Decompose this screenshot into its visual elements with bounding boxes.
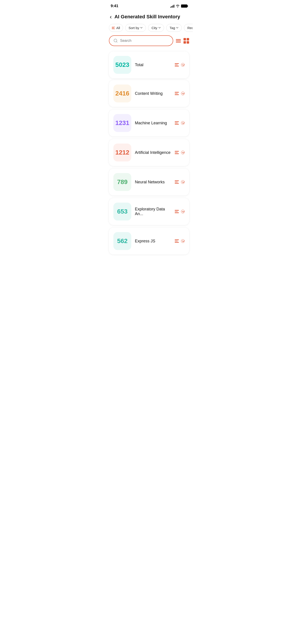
page-title: AI Generated Skill Inventory [114, 14, 180, 20]
skill-count-bg-4: 653 [113, 202, 131, 220]
skill-list-icon-5[interactable] [175, 240, 179, 242]
skill-actions-5 [175, 239, 185, 243]
filter-recent-label: Rece... [187, 26, 193, 30]
skill-actions-2 [175, 151, 185, 154]
filter-sortby-button[interactable]: Sort by [125, 24, 146, 32]
filter-all-button[interactable]: All [109, 24, 123, 32]
filter-sortby-label: Sort by [129, 26, 139, 30]
skill-count-2: 1212 [115, 149, 129, 156]
status-bar: 9:41 [105, 0, 193, 11]
skill-card-4: 653 Exploratory Data An... [109, 198, 189, 225]
skill-count-4: 653 [117, 208, 128, 215]
skill-count-bg-2: 1212 [113, 144, 131, 162]
skill-count-bg-1: 1231 [113, 114, 131, 132]
skill-card-total: 5023 Total [109, 52, 189, 78]
skill-count-5: 562 [117, 238, 128, 244]
search-input[interactable] [120, 39, 169, 43]
filter-all-label: All [116, 26, 120, 30]
skill-name-5: Express JS [135, 239, 171, 244]
skill-count-0: 2416 [115, 90, 129, 96]
skill-count-bg-0: 2416 [113, 84, 131, 102]
filter-tag-label: Tag [170, 26, 175, 30]
search-icon [113, 38, 118, 43]
skill-expand-button-4[interactable] [181, 210, 185, 213]
skill-name-0: Content Writing [135, 91, 171, 96]
filter-city-button[interactable]: City [148, 24, 164, 32]
skill-card-0: 2416 Content Writing [109, 80, 189, 107]
skill-expand-button-0[interactable] [181, 92, 185, 95]
back-button[interactable]: ‹ [110, 14, 112, 20]
skill-card-1: 1231 Machine Learning [109, 110, 189, 136]
skill-actions-4 [175, 210, 185, 213]
tag-chevron-icon [176, 27, 178, 28]
total-count: 5023 [115, 62, 129, 68]
skill-count-3: 789 [117, 179, 128, 185]
skill-list-icon-4[interactable] [175, 210, 179, 213]
signal-icon [170, 4, 174, 8]
total-label: Total [135, 62, 171, 67]
skill-list-icon-3[interactable] [175, 180, 179, 184]
skill-card-3: 789 Neural Networks [109, 168, 189, 196]
list-view-button[interactable] [176, 39, 181, 42]
skill-expand-button-3[interactable] [181, 180, 185, 184]
skill-actions-3 [175, 180, 185, 184]
filter-tag-button[interactable]: Tag [166, 24, 182, 32]
sortby-chevron-icon [140, 27, 142, 28]
status-time: 9:41 [111, 4, 118, 8]
skill-actions-1 [175, 121, 185, 125]
filter-city-label: City [152, 26, 157, 30]
skill-name-2: Artificial Intelligence [135, 150, 171, 155]
search-row [105, 34, 193, 50]
skill-count-1: 1231 [115, 120, 129, 126]
skill-expand-button-5[interactable] [181, 239, 185, 243]
filter-recent-button[interactable]: Rece... [184, 24, 193, 32]
skill-count-bg-5: 562 [113, 232, 131, 250]
status-icons [170, 4, 187, 8]
total-list-icon[interactable] [175, 63, 179, 66]
grid-view-button[interactable] [184, 38, 189, 44]
skill-actions-0 [175, 92, 185, 95]
wifi-icon [176, 4, 180, 8]
total-count-bg: 5023 [113, 56, 131, 74]
skill-expand-button-2[interactable] [181, 151, 185, 154]
skill-card-2: 1212 Artificial Intelligence [109, 139, 189, 166]
header: ‹ AI Generated Skill Inventory [105, 11, 193, 24]
skills-list: 5023 Total [105, 50, 193, 80]
skill-card-5: 562 Express JS [109, 228, 189, 254]
skill-name-4: Exploratory Data An... [135, 207, 171, 216]
skill-list-icon-2[interactable] [175, 151, 179, 154]
skill-list-icon-0[interactable] [175, 92, 179, 95]
battery-icon [181, 4, 187, 8]
filter-all-icon [112, 27, 115, 29]
filter-bar: All Sort by City Tag Rece... [105, 24, 193, 34]
total-actions [175, 63, 185, 67]
skill-name-1: Machine Learning [135, 121, 171, 126]
skill-expand-button-1[interactable] [181, 121, 185, 125]
city-chevron-icon [159, 27, 161, 28]
skill-list-icon-1[interactable] [175, 122, 179, 124]
total-expand-button[interactable] [181, 63, 185, 67]
skill-name-3: Neural Networks [135, 180, 171, 184]
skill-count-bg-3: 789 [113, 173, 131, 191]
search-input-wrap[interactable] [109, 35, 173, 46]
